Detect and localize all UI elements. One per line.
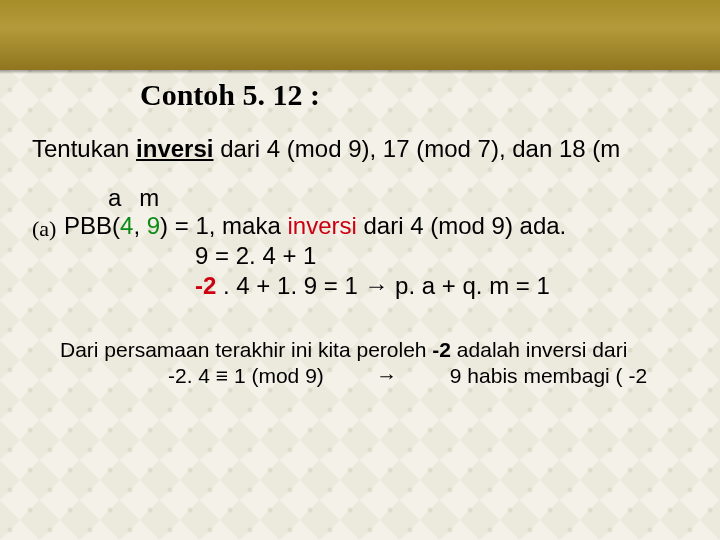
gcd-line: PBB(4, 9) = 1, maka inversi dari 4 (mod … xyxy=(64,212,566,240)
concl-t1: Dari persamaan terakhir ini kita peroleh xyxy=(60,338,432,361)
conclusion-line-2: -2. 4 ≡ 1 (mod 9) → 9 habis membagi ( -2 xyxy=(168,364,647,388)
bezout-neg2: -2 xyxy=(195,272,216,299)
concl2-right: 9 habis membagi ( -2 xyxy=(450,364,647,387)
gcd-t1: PBB( xyxy=(64,212,120,239)
arrow-icon: → xyxy=(364,272,388,299)
bezout-tail: p. a + q. m = 1 xyxy=(388,272,549,299)
label-a: a xyxy=(108,184,121,211)
part-a-label: (a) xyxy=(32,216,56,242)
conclusion-line-1: Dari persamaan terakhir ini kita peroleh… xyxy=(60,338,627,362)
gcd-inversi: inversi xyxy=(287,212,356,239)
bezout-line: -2 . 4 + 1. 9 = 1 → p. a + q. m = 1 xyxy=(195,272,550,300)
bezout-rest: . 4 + 1. 9 = 1 xyxy=(216,272,364,299)
label-m: m xyxy=(139,184,159,211)
concl2-left: -2. 4 ≡ 1 (mod 9) xyxy=(168,364,324,387)
gcd-t3: ) = 1, maka xyxy=(160,212,287,239)
gcd-4: 4 xyxy=(120,212,133,239)
division-line: 9 = 2. 4 + 1 xyxy=(195,242,316,270)
slide-content: Contoh 5. 12 : Tentukan inversi dari 4 (… xyxy=(0,0,720,540)
prompt-pre: Tentukan xyxy=(32,135,136,162)
gcd-9: 9 xyxy=(147,212,160,239)
concl-neg2: -2 xyxy=(432,338,451,361)
prompt-underlined: inversi xyxy=(136,135,213,162)
arrow-icon: → xyxy=(376,364,397,387)
slide-title: Contoh 5. 12 : xyxy=(140,78,320,112)
problem-prompt: Tentukan inversi dari 4 (mod 9), 17 (mod… xyxy=(32,135,620,163)
gcd-t4: dari 4 (mod 9) ada. xyxy=(357,212,566,239)
prompt-post: dari 4 (mod 9), 17 (mod 7), dan 18 (m xyxy=(213,135,620,162)
gcd-t2: , xyxy=(133,212,146,239)
a-m-labels: am xyxy=(108,184,159,212)
concl-t2: adalah inversi dari xyxy=(451,338,627,361)
